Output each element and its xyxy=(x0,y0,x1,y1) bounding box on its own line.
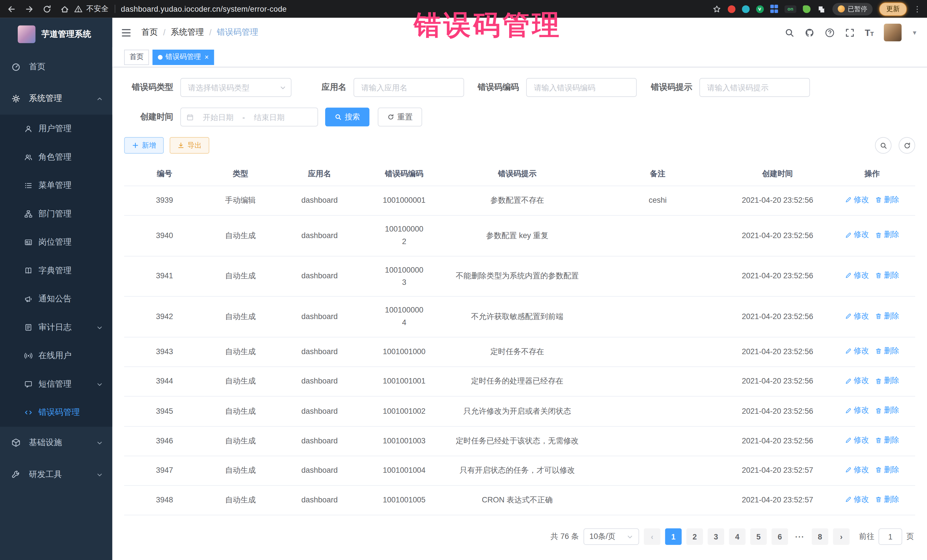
extension-icon-grid[interactable] xyxy=(770,5,778,13)
help-icon[interactable] xyxy=(825,27,834,37)
close-icon[interactable]: × xyxy=(205,53,209,61)
cell-type: 自动生成 xyxy=(205,426,276,456)
github-icon[interactable] xyxy=(805,27,815,37)
sidebar-item-dictionary[interactable]: 字典管理 xyxy=(0,256,112,285)
toggle-search-button[interactable] xyxy=(875,137,892,154)
sidebar-item-menus[interactable]: 菜单管理 xyxy=(0,171,112,200)
goto-page-input[interactable] xyxy=(878,528,902,545)
edit-link[interactable]: 修改 xyxy=(845,229,869,241)
fullscreen-icon[interactable] xyxy=(845,27,854,37)
more-pages-icon[interactable]: ··· xyxy=(793,532,807,541)
extension-icon-red[interactable] xyxy=(727,5,735,13)
signal-icon xyxy=(24,351,33,360)
hamburger-icon[interactable] xyxy=(121,27,132,38)
table-row: 3942自动生成dashboard100100000 4不允许获取敏感配置到前端… xyxy=(124,296,915,337)
delete-link[interactable]: 删除 xyxy=(875,404,899,417)
page-button-3[interactable]: 3 xyxy=(708,528,724,545)
prev-page-button[interactable]: ‹ xyxy=(644,528,660,545)
delete-link[interactable]: 删除 xyxy=(875,269,899,282)
page-button-1[interactable]: 1 xyxy=(665,528,682,545)
sidebar-item-departments[interactable]: 部门管理 xyxy=(0,200,112,228)
sidebar-item-dev-tools[interactable]: 研发工具 xyxy=(0,458,112,490)
export-button[interactable]: 导出 xyxy=(170,137,209,154)
delete-link[interactable]: 删除 xyxy=(875,345,899,357)
home-icon[interactable] xyxy=(60,5,69,14)
security-indicator[interactable]: 不安全 xyxy=(74,4,108,14)
edit-link[interactable]: 修改 xyxy=(845,404,869,417)
error-type-select-input[interactable] xyxy=(180,78,292,97)
reset-button[interactable]: 重置 xyxy=(378,108,422,126)
page-button-6[interactable]: 6 xyxy=(772,528,788,545)
url-text[interactable]: dashboard.yudao.iocoder.cn/system/error-… xyxy=(121,5,287,14)
sidebar-item-posts[interactable]: 岗位管理 xyxy=(0,228,112,256)
sidebar-item-error-code[interactable]: 错误码管理 xyxy=(0,398,112,426)
extensions-puzzle-icon[interactable] xyxy=(817,5,826,14)
edit-link[interactable]: 修改 xyxy=(845,434,869,446)
breadcrumb-home[interactable]: 首页 xyxy=(141,27,158,38)
tab-error-code[interactable]: 错误码管理 × xyxy=(153,49,214,65)
table-row: 3946自动生成dashboard1001001003定时任务已经处于该状态，无… xyxy=(124,426,915,456)
delete-link[interactable]: 删除 xyxy=(875,434,899,446)
edit-link[interactable]: 修改 xyxy=(845,194,869,206)
app-name-input[interactable] xyxy=(353,78,464,97)
breadcrumb-current: 错误码管理 xyxy=(217,27,258,38)
paused-badge[interactable]: 已暂停 xyxy=(832,3,872,15)
browser-menu-icon[interactable]: ⋮ xyxy=(913,5,921,13)
extension-icon-teal[interactable] xyxy=(742,5,749,13)
search-icon[interactable] xyxy=(784,27,794,37)
start-date-input[interactable] xyxy=(197,112,239,121)
page-size-select[interactable]: 10条/页 xyxy=(584,528,639,545)
edit-link[interactable]: 修改 xyxy=(845,493,869,506)
update-button[interactable]: 更新 xyxy=(879,2,907,16)
delete-link[interactable]: 删除 xyxy=(875,493,899,506)
page-button-4[interactable]: 4 xyxy=(729,528,746,545)
font-size-icon[interactable]: TT xyxy=(865,28,874,37)
sidebar-item-system[interactable]: 系统管理 xyxy=(0,83,112,115)
page-button-5[interactable]: 5 xyxy=(750,528,767,545)
user-avatar[interactable] xyxy=(884,24,902,41)
error-code-input[interactable] xyxy=(526,78,637,97)
edit-link[interactable]: 修改 xyxy=(845,310,869,322)
add-button[interactable]: 新增 xyxy=(124,137,164,154)
sidebar-item-notices[interactable]: 通知公告 xyxy=(0,285,112,313)
extension-icon-on[interactable]: on xyxy=(784,5,796,13)
breadcrumb-system[interactable]: 系统管理 xyxy=(171,27,204,38)
edit-link[interactable]: 修改 xyxy=(845,269,869,282)
page-button-8[interactable]: 8 xyxy=(812,528,828,545)
sidebar-item-users[interactable]: 用户管理 xyxy=(0,115,112,143)
sidebar-item-home[interactable]: 首页 xyxy=(0,51,112,83)
back-icon[interactable] xyxy=(7,5,16,14)
error-hint-input[interactable] xyxy=(699,78,810,97)
search-button[interactable]: 搜索 xyxy=(325,108,369,126)
cell-actions: 修改删除 xyxy=(829,486,915,515)
bookmark-star-icon[interactable] xyxy=(712,5,721,14)
refresh-button[interactable] xyxy=(899,137,915,154)
delete-link[interactable]: 删除 xyxy=(875,375,899,387)
sidebar-item-sms[interactable]: 短信管理 xyxy=(0,370,112,398)
end-date-input[interactable] xyxy=(248,112,290,121)
delete-link[interactable]: 删除 xyxy=(875,194,899,206)
error-type-select[interactable] xyxy=(180,78,292,97)
sidebar-item-online-users[interactable]: 在线用户 xyxy=(0,341,112,370)
reload-icon[interactable] xyxy=(43,5,51,14)
edit-link[interactable]: 修改 xyxy=(845,375,869,387)
edit-link[interactable]: 修改 xyxy=(845,345,869,357)
book-icon xyxy=(24,266,33,275)
box-icon xyxy=(11,437,21,448)
tab-home[interactable]: 首页 xyxy=(124,49,149,65)
date-range-picker[interactable]: - xyxy=(180,108,318,126)
sidebar-item-roles[interactable]: 角色管理 xyxy=(0,143,112,171)
sidebar-item-infrastructure[interactable]: 基础设施 xyxy=(0,426,112,458)
next-page-button[interactable]: › xyxy=(833,528,849,545)
delete-link[interactable]: 删除 xyxy=(875,229,899,241)
extension-icon-leaf[interactable] xyxy=(803,5,811,13)
delete-link[interactable]: 删除 xyxy=(875,310,899,322)
forward-icon[interactable] xyxy=(25,5,33,14)
page: 不安全 dashboard.yudao.iocoder.cn/system/er… xyxy=(0,0,927,560)
delete-link[interactable]: 删除 xyxy=(875,464,899,476)
sidebar-item-audit-log[interactable]: 审计日志 xyxy=(0,313,112,341)
caret-down-icon[interactable]: ▼ xyxy=(912,29,918,36)
page-button-2[interactable]: 2 xyxy=(686,528,703,545)
extension-icon-green[interactable]: v xyxy=(756,5,764,13)
edit-link[interactable]: 修改 xyxy=(845,464,869,476)
